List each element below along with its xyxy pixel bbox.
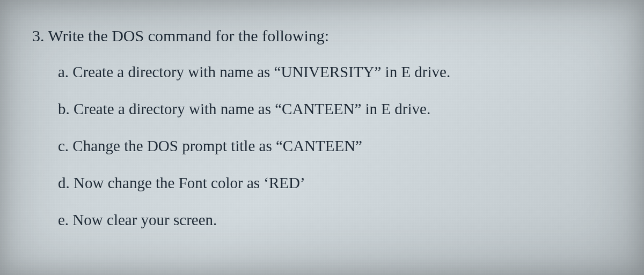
sub-item-a: a. Create a directory with name as “UNIV… (58, 60, 617, 84)
sub-item-e: e. Now clear your screen. (58, 208, 617, 232)
question-block: 3. Write the DOS command for the followi… (0, 0, 644, 259)
sub-item-d: d. Now change the Font color as ‘RED’ (58, 171, 617, 195)
sub-items-list: a. Create a directory with name as “UNIV… (32, 60, 617, 232)
question-heading: 3. Write the DOS command for the followi… (32, 27, 617, 45)
sub-item-b: b. Create a directory with name as “CANT… (58, 97, 617, 121)
sub-item-c: c. Change the DOS prompt title as “CANTE… (58, 134, 617, 158)
